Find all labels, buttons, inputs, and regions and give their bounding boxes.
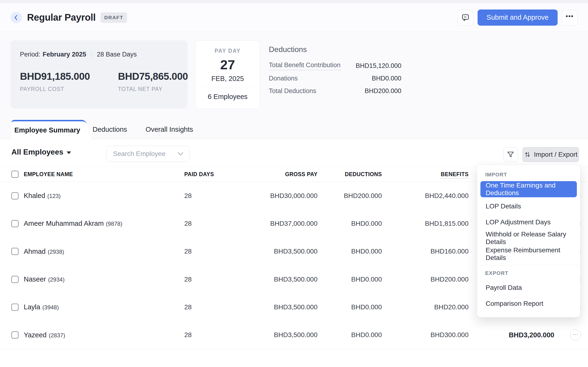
ellipsis-icon: ••• — [566, 13, 573, 22]
total-net-pay-label: TOTAL NET PAY — [118, 86, 188, 92]
import-menu-list: One Time Earnings and DeductionsLOP Deta… — [477, 181, 580, 262]
benefits-cell: BHD160.000 — [382, 248, 469, 255]
divider — [92, 50, 92, 58]
deductions-cell: BHD0.000 — [318, 303, 382, 311]
col-employee-name: EMPLOYEE NAME — [24, 171, 184, 178]
table-row: Yazeed(2837) 28 BHD3,500.000 BHD0.000 BH… — [0, 321, 588, 349]
paid-days-cell: 28 — [184, 331, 237, 339]
deductions-cell: BHD0.000 — [318, 220, 382, 227]
deductions-cell: BHD0.000 — [318, 275, 382, 283]
menu-item-expense-reimbursement-details[interactable]: Expense Reimbursement Details — [477, 246, 580, 262]
export-menu-list: Payroll DataComparison Report — [477, 280, 580, 311]
employee-name-cell[interactable]: Ahmad(2938) — [24, 248, 184, 255]
chevron-down-icon — [177, 152, 184, 156]
deductions-cell: BHD0.000 — [318, 248, 382, 255]
tab-overall-insights[interactable]: Overall Insights — [146, 125, 193, 133]
menu-divider — [477, 265, 580, 265]
deduction-summary-row: Donations BHD0.000 — [269, 72, 401, 85]
tab-deductions[interactable]: Deductions — [92, 125, 127, 133]
gross-pay-cell: BHD37,000.000 — [237, 220, 318, 227]
chevron-left-icon — [14, 15, 19, 21]
submit-and-approve-button[interactable]: Submit and Approve — [478, 9, 558, 26]
paid-days-cell: 28 — [184, 303, 237, 311]
col-benefits[interactable]: BENEFITS — [382, 171, 469, 178]
back-button[interactable] — [10, 12, 22, 23]
benefits-cell: BHD200.000 — [382, 275, 469, 283]
row-checkbox[interactable] — [11, 192, 18, 200]
filter-funnel-icon — [506, 150, 515, 158]
row-actions-cell: ⋯ — [554, 329, 588, 340]
period-label: Period: — [20, 51, 40, 58]
deductions-summary-title: Deductions — [269, 45, 401, 54]
comments-button[interactable] — [458, 10, 473, 25]
divider — [202, 88, 253, 88]
deductions-summary: Deductions Total Benefit Contribution BH… — [269, 45, 401, 97]
deductions-cell: BHD0.000 — [318, 331, 382, 339]
base-days: 28 Base Days — [97, 51, 137, 58]
more-options-button[interactable]: ••• — [562, 10, 578, 25]
employee-scope-dropdown[interactable]: All Employees — [11, 148, 71, 157]
col-paid-days: PAID DAYS — [184, 171, 237, 178]
donations-label: Donations — [269, 75, 298, 82]
caret-down-icon — [67, 151, 71, 154]
paid-days-cell: 28 — [184, 275, 237, 283]
benefits-cell: BHD1,815.000 — [382, 220, 469, 227]
col-gross-pay: GROSS PAY — [237, 171, 318, 178]
gross-pay-cell: BHD3,500.000 — [237, 248, 318, 255]
row-checkbox[interactable] — [11, 331, 18, 339]
search-employee-select[interactable]: Search Employee — [106, 146, 190, 162]
employee-name-cell[interactable]: Yazeed(2837) — [24, 331, 184, 339]
status-badge: DRAFT — [101, 12, 127, 23]
export-section-label: EXPORT — [477, 270, 580, 276]
gross-pay-cell: BHD30,000.000 — [237, 192, 318, 200]
total-deductions-value: BHD200.000 — [365, 87, 401, 95]
page-header: Regular Payroll DRAFT Submit and Approve… — [0, 3, 588, 32]
employee-name-cell[interactable]: Naseer(2934) — [24, 275, 184, 283]
payroll-run-page: Regular Payroll DRAFT Submit and Approve… — [0, 0, 588, 367]
employee-name-cell[interactable]: Ameer Muhammad Akram(9878) — [24, 220, 184, 227]
employee-name-cell[interactable]: Khaled(123) — [24, 192, 184, 200]
menu-item-comparison-report[interactable]: Comparison Report — [477, 296, 580, 311]
row-checkbox[interactable] — [11, 220, 18, 227]
page-title: Regular Payroll — [27, 12, 96, 23]
comment-icon — [461, 13, 470, 22]
import-export-menu: IMPORT One Time Earnings and DeductionsL… — [477, 165, 580, 317]
menu-item-lop-adjustment-days[interactable]: LOP Adjustment Days — [477, 214, 580, 230]
deduction-summary-row: Total Benefit Contribution BHD15,120.000 — [269, 59, 401, 72]
payday-card: PAY DAY 27 FEB, 2025 6 Employees — [195, 40, 260, 108]
row-more-button[interactable]: ⋯ — [570, 329, 581, 340]
import-export-button[interactable]: Import / Export — [522, 147, 579, 162]
top-strip — [0, 0, 588, 3]
donations-value: BHD0.000 — [372, 75, 401, 82]
row-checkbox[interactable] — [11, 248, 18, 255]
payroll-cost-label: PAYROLL COST — [20, 86, 90, 92]
menu-item-withhold-or-release-salary-details[interactable]: Withhold or Release Salary Details — [477, 230, 580, 246]
paid-days-cell: 28 — [184, 248, 237, 255]
payday-employee-count: 6 Employees — [195, 93, 260, 101]
tab-employee-summary[interactable]: Employee Summary — [11, 120, 83, 139]
row-checkbox[interactable] — [11, 276, 18, 283]
menu-item-one-time-earnings-and-deductions[interactable]: One Time Earnings and Deductions — [480, 181, 577, 197]
total-benefit-contribution-label[interactable]: Total Benefit Contribution — [269, 61, 341, 70]
payday-date: FEB, 2025 — [195, 75, 260, 83]
select-all-checkbox[interactable] — [11, 171, 18, 178]
benefits-cell: BHD2,440.000 — [382, 192, 469, 200]
net-pay-cell: BHD3,200.000 — [469, 331, 554, 339]
paid-days-cell: 28 — [184, 192, 237, 200]
gross-pay-cell: BHD3,500.000 — [237, 275, 318, 283]
row-checkbox[interactable] — [11, 304, 18, 311]
menu-item-lop-details[interactable]: LOP Details — [477, 198, 580, 214]
payroll-summary-card: Period: February 2025 28 Base Days BHD91… — [10, 40, 188, 108]
col-deductions: DEDUCTIONS — [318, 171, 382, 178]
total-net-pay-value: BHD75,865.000 — [118, 71, 188, 82]
employee-name-cell[interactable]: Layla(3948) — [24, 303, 184, 311]
payroll-cost-value: BHD91,185.000 — [20, 71, 90, 82]
filter-button[interactable] — [503, 147, 518, 162]
gross-pay-cell: BHD3,500.000 — [237, 303, 318, 311]
payday-label: PAY DAY — [195, 48, 260, 54]
deductions-cell: BHD200.000 — [318, 192, 382, 200]
import-section-label: IMPORT — [477, 172, 580, 178]
paid-days-cell: 28 — [184, 220, 237, 227]
menu-item-payroll-data[interactable]: Payroll Data — [477, 280, 580, 296]
total-benefit-contribution-value: BHD15,120.000 — [356, 62, 401, 70]
